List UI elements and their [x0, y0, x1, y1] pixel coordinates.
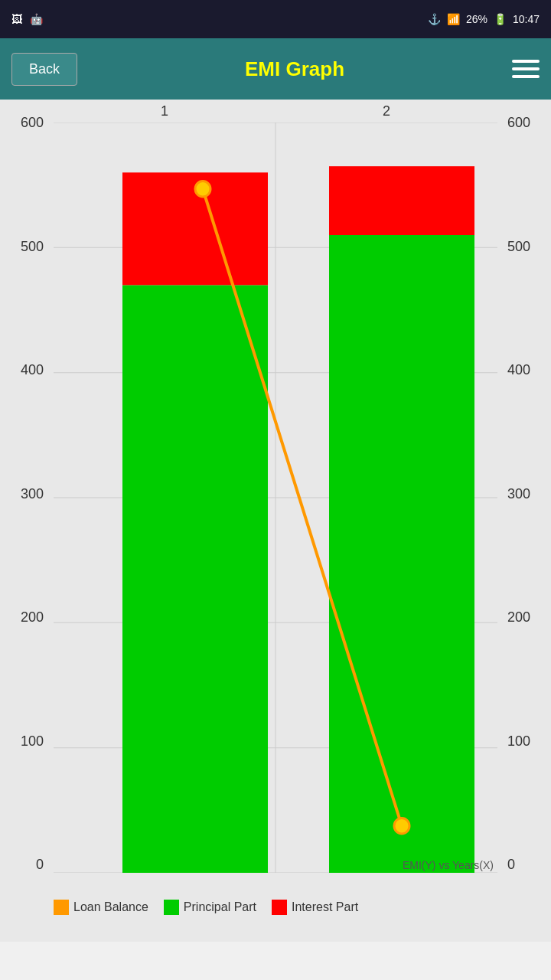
legend-label-loan: Loan Balance — [73, 900, 148, 914]
image-icon: 🖼 — [11, 13, 22, 25]
bar1-principal — [122, 285, 268, 873]
legend-loan-balance: Loan Balance — [54, 900, 148, 915]
y-label-300-right: 300 — [507, 486, 530, 502]
legend-label-principal: Principal Part — [184, 900, 256, 914]
y-label-200-left: 200 — [21, 609, 44, 626]
clock: 10:47 — [513, 13, 540, 25]
battery-percent: 26% — [466, 13, 487, 25]
legend-color-principal — [164, 900, 179, 915]
status-right-info: ⚓ 📶 26% 🔋 10:47 — [428, 13, 540, 25]
y-label-200-right: 200 — [507, 609, 530, 626]
legend-principal: Principal Part — [164, 900, 256, 915]
y-label-600-left: 600 — [21, 115, 44, 131]
x-axis-labels: 1 2 — [54, 103, 497, 122]
trend-dot-2 — [394, 818, 409, 834]
status-left-icons: 🖼 🤖 — [11, 13, 43, 25]
bar2-principal — [329, 235, 474, 873]
battery-icon: 🔋 — [494, 13, 507, 25]
page-title: EMI Graph — [245, 57, 344, 81]
y-label-400-left: 400 — [21, 362, 44, 378]
usb-icon: ⚓ — [428, 13, 441, 25]
y-labels-left: 600 500 400 300 200 100 0 — [8, 115, 50, 873]
y-label-100-left: 100 — [21, 733, 44, 750]
legend-color-interest — [272, 900, 287, 915]
y-label-500-right: 500 — [507, 239, 530, 255]
y-label-300-left: 300 — [21, 486, 44, 502]
chart-legend: Loan Balance Principal Part Interest Par… — [54, 880, 543, 934]
hamburger-menu[interactable] — [512, 60, 540, 78]
x-label-1: 1 — [161, 103, 168, 122]
bar2-interest — [329, 166, 474, 235]
y-label-0-right: 0 — [507, 857, 515, 873]
legend-color-loan — [54, 900, 69, 915]
y-label-400-right: 400 — [507, 362, 530, 378]
y-labels-right: 600 500 400 300 200 100 0 — [501, 115, 543, 873]
top-bar: Back EMI Graph — [0, 38, 551, 100]
y-label-600-right: 600 — [507, 115, 530, 131]
x-label-2: 2 — [383, 103, 390, 122]
hamburger-line-1 — [512, 60, 540, 63]
y-label-100-right: 100 — [507, 733, 530, 750]
emi-axis-label: EMI(Y) vs Years(X) — [403, 859, 494, 871]
legend-label-interest: Interest Part — [292, 900, 358, 914]
chart-container: 1 2 600 500 400 300 200 100 0 600 500 40… — [0, 100, 551, 942]
hamburger-line-2 — [512, 67, 540, 70]
chart-svg — [54, 122, 497, 873]
legend-interest: Interest Part — [272, 900, 358, 915]
hamburger-line-3 — [512, 75, 540, 78]
status-bar: 🖼 🤖 ⚓ 📶 26% 🔋 10:47 — [0, 0, 551, 38]
signal-icon: 📶 — [447, 13, 460, 25]
trend-dot-1 — [195, 181, 210, 197]
y-label-500-left: 500 — [21, 239, 44, 255]
back-button[interactable]: Back — [11, 53, 77, 86]
y-label-0-left: 0 — [36, 857, 44, 873]
android-icon: 🤖 — [30, 13, 43, 25]
